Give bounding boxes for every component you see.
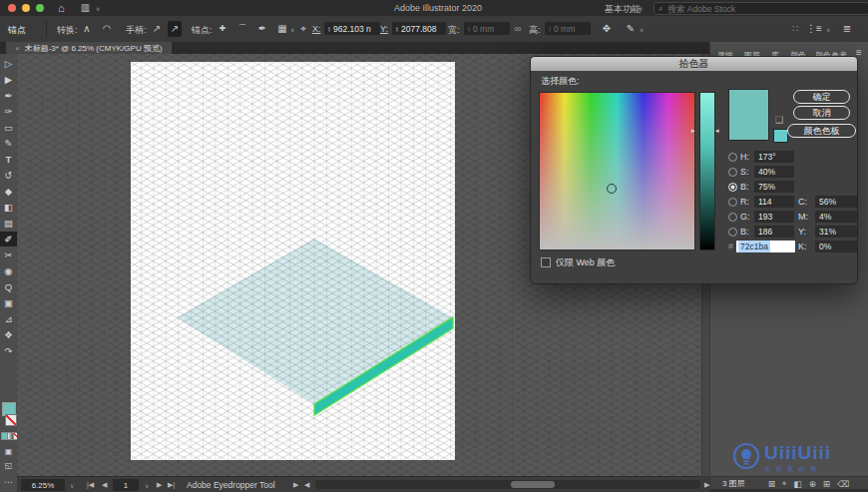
cancel-button[interactable]: 取消 xyxy=(793,106,850,120)
screen-mode-icon[interactable]: ◱ xyxy=(0,458,17,473)
b-field[interactable]: 75% xyxy=(754,181,794,193)
out-of-web-gamut-icon[interactable]: ❑ xyxy=(775,115,783,125)
width-field[interactable]: ▲▼ 0 mm xyxy=(464,22,510,35)
ok-button[interactable]: 确定 xyxy=(793,90,850,104)
zoom-tool[interactable]: Q xyxy=(0,279,17,294)
stack-icon[interactable]: ≣ xyxy=(840,21,854,37)
y-position-field[interactable]: ▲▼ 2077.808 xyxy=(392,22,446,35)
b2-radio[interactable] xyxy=(728,228,737,237)
transform-icon[interactable]: ✥ xyxy=(600,21,614,37)
first-artboard-icon[interactable]: |◀ xyxy=(87,479,94,491)
snap-grid-icon[interactable]: ▦ xyxy=(275,21,289,37)
scissors-tool[interactable]: ✂ xyxy=(0,247,17,262)
stock-search-box[interactable]: ⌕ xyxy=(653,2,868,15)
g-field[interactable]: 193 xyxy=(754,211,794,223)
perspective-grid-tool[interactable]: ⊿ xyxy=(0,311,17,326)
color-swatches-button[interactable]: 颜色色板 xyxy=(787,124,856,138)
eyedropper-tool[interactable]: ✐ xyxy=(0,232,17,246)
height-field[interactable]: ▲▼ 0 mm xyxy=(545,22,591,35)
draw-mode-icon[interactable]: ▣ xyxy=(0,444,17,459)
last-artboard-icon[interactable]: ▶| xyxy=(168,479,175,491)
artboard-tool[interactable]: ▣ xyxy=(0,295,17,310)
make-mask-icon[interactable]: ◧ xyxy=(794,479,802,489)
align-icon[interactable]: ⋮≡ xyxy=(807,21,821,37)
x-position-field[interactable]: ▲▼ 962.103 n xyxy=(324,22,380,35)
scroll-right-icon[interactable]: ▶ xyxy=(704,479,709,491)
zoom-level-chevron-icon[interactable]: ∨ xyxy=(70,482,74,489)
convert-corner-icon[interactable]: ∧ xyxy=(80,21,94,37)
h-field[interactable]: 173° xyxy=(754,151,794,163)
x-stepper[interactable]: ▲▼ xyxy=(327,26,331,32)
scroll-left-icon[interactable]: ◀ xyxy=(304,479,309,491)
snap-grid-chevron-icon[interactable]: ∨ xyxy=(290,26,294,33)
y-field[interactable]: 31% xyxy=(815,226,857,238)
s-radio[interactable] xyxy=(728,168,737,177)
eraser-tool[interactable]: ◆ xyxy=(0,184,17,199)
curvature-tool[interactable]: ✑ xyxy=(0,104,17,119)
close-tab-icon[interactable]: × xyxy=(15,44,20,53)
direct-selection-tool[interactable]: ▶ xyxy=(0,72,17,87)
rotate-tool[interactable]: ↺ xyxy=(0,168,17,183)
document-tab[interactable]: × 未标题-3* @ 6.25% (CMYK/GPU 预览) xyxy=(6,42,172,54)
artboard-chevron-icon[interactable]: ∨ xyxy=(145,482,149,489)
b-radio[interactable] xyxy=(728,183,737,192)
web-only-checkbox[interactable] xyxy=(541,257,551,267)
y-stepper[interactable]: ▲▼ xyxy=(395,26,399,32)
reshape-icon[interactable]: ✎ xyxy=(624,21,638,37)
convert-smooth-icon[interactable]: ◠ xyxy=(100,21,114,37)
reference-point-icon[interactable]: ⌖ xyxy=(296,21,310,37)
color-field[interactable] xyxy=(539,92,695,250)
workspace-chevron-icon[interactable]: ∨ xyxy=(639,5,643,12)
anchor-arc-icon[interactable]: ⌒ xyxy=(235,21,249,37)
show-handles-icon[interactable]: ↗ xyxy=(150,21,164,37)
pen-tool[interactable]: ✒ xyxy=(0,88,17,103)
locate-object-icon[interactable]: ⌖ xyxy=(782,478,787,489)
new-layer-icon[interactable]: ⊞ xyxy=(823,479,830,489)
add-anchor-icon[interactable]: ✚ xyxy=(216,21,229,37)
collect-for-export-icon[interactable]: ⊠ xyxy=(768,479,775,489)
gradient-tool[interactable]: ▤ xyxy=(0,216,17,231)
paintbrush-tool[interactable]: ✎ xyxy=(0,136,17,151)
type-tool[interactable]: T xyxy=(0,152,17,167)
horizontal-scrollbar[interactable] xyxy=(315,480,700,489)
next-artboard-icon[interactable]: ▶ xyxy=(157,479,162,491)
horizontal-scrollbar-thumb[interactable] xyxy=(511,481,555,488)
g-radio[interactable] xyxy=(728,213,737,222)
hand-tool[interactable]: ↷ xyxy=(0,343,17,358)
r-radio[interactable] xyxy=(728,198,737,207)
symbol-sprayer-tool[interactable]: ❖ xyxy=(0,327,17,342)
shape-builder-tool[interactable]: ◧ xyxy=(0,200,17,215)
web-safe-swatch[interactable] xyxy=(773,129,788,143)
align-chevron-icon[interactable]: ∨ xyxy=(826,26,830,33)
hue-slider-right-arrow-icon[interactable]: ◂ xyxy=(715,127,719,135)
k-field[interactable]: 0% xyxy=(815,241,857,252)
r-field[interactable]: 114 xyxy=(754,196,794,208)
artboard-number-field[interactable]: 1 xyxy=(113,479,139,491)
reshape-chevron-icon[interactable]: ∨ xyxy=(640,26,644,33)
b2-field[interactable]: 186 xyxy=(754,226,794,238)
s-field[interactable]: 40% xyxy=(754,166,794,178)
stock-search-input[interactable] xyxy=(665,3,839,15)
hue-slider-left-arrow-icon[interactable]: ▸ xyxy=(691,127,695,135)
color-field-marker[interactable] xyxy=(607,184,617,194)
c-field[interactable]: 56% xyxy=(815,196,857,208)
prev-artboard-icon[interactable]: ◀ xyxy=(102,479,107,491)
workspace-switcher[interactable]: 基本功能 xyxy=(605,3,641,16)
new-sublayer-icon[interactable]: ⊕ xyxy=(809,479,816,489)
edit-toolbar-icon[interactable]: ⋯ xyxy=(0,474,17,489)
selection-tool[interactable]: ▷ xyxy=(0,56,17,71)
panel-menu-icon[interactable]: ≡ xyxy=(856,48,862,58)
stroke-color-swatch[interactable] xyxy=(5,414,17,426)
m-field[interactable]: 4% xyxy=(815,211,857,223)
h-radio[interactable] xyxy=(728,153,737,162)
dialog-title-bar[interactable]: 拾色器 xyxy=(531,57,857,71)
blend-tool[interactable]: ◉ xyxy=(0,263,17,278)
rectangle-tool[interactable]: ▭ xyxy=(0,120,17,135)
status-expand-icon[interactable]: ▶ xyxy=(293,479,298,491)
hide-handles-icon[interactable]: ↗ xyxy=(168,21,182,37)
hex-input[interactable]: 72c1ba xyxy=(736,241,795,252)
document-grid-icon[interactable]: ∷ xyxy=(788,21,802,37)
anchor-pen-icon[interactable]: ✒ xyxy=(255,21,269,37)
brightness-slider[interactable] xyxy=(699,92,715,250)
zoom-level-select[interactable]: 6.25% xyxy=(21,479,65,491)
